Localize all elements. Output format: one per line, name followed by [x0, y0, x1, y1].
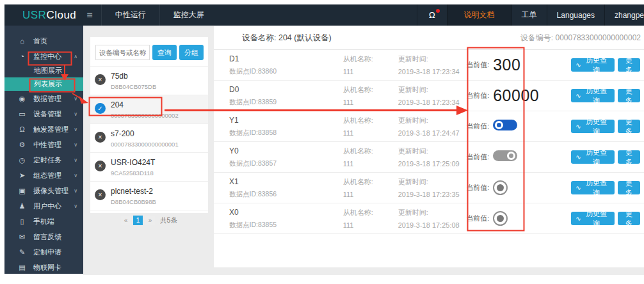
current-value-slot: [493, 150, 517, 164]
sidebar-item-1[interactable]: ◔ 监控中心 ∧: [4, 49, 83, 64]
sidebar-item-6[interactable]: Ω 触发器管理 ∨: [4, 122, 83, 137]
history-query-button[interactable]: ∿ 历史查询: [571, 212, 615, 225]
sidebar-item-9[interactable]: ➤ 组态管理 ∨: [4, 168, 83, 183]
chevron-down-icon: ∨: [74, 188, 77, 194]
device-list: × 75db D8B04CB075DB ✓ 204 00007833000000…: [90, 67, 208, 210]
slave-label: 从机名称:: [343, 146, 398, 156]
history-query-button[interactable]: ∿ 历史查询: [571, 181, 615, 194]
languages-link[interactable]: Languages: [547, 4, 604, 26]
data-icon: ◉: [18, 95, 26, 103]
sidebar-item-0[interactable]: ⌂ 首页: [4, 33, 83, 49]
gauge-icon: ◔: [18, 52, 26, 60]
page-1-button[interactable]: 1: [133, 216, 143, 225]
device-list-item[interactable]: × USR-IO424T 9CA52583D118: [90, 153, 208, 182]
value-radio[interactable]: [493, 211, 508, 226]
update-time-label: 更新时间:: [398, 116, 466, 125]
value-radio[interactable]: [493, 180, 508, 195]
device-id: 00007833000000000001: [111, 141, 179, 148]
sidebar-item-10[interactable]: ▣ 摄像头管理 ∨: [4, 183, 83, 198]
sidebar-item-4[interactable]: ◉ 数据管理 ∨: [4, 91, 83, 106]
datapoint-rows: D1 数据点ID:83860 从机名称: 111 更新时间: 2019-3-18…: [214, 50, 644, 234]
update-time-cell: 更新时间: 2019-3-18 17:23:34: [398, 54, 466, 75]
update-time-value: 2019-3-18 17:23:34: [398, 99, 466, 106]
group-button[interactable]: 分组: [179, 45, 204, 60]
update-time-value: 2019-3-18 17:24:47: [398, 129, 466, 137]
update-time-value: 2019-3-18 17:23:35: [398, 191, 466, 198]
current-value-slot: 60000: [493, 86, 539, 105]
notification-button[interactable]: Ω: [417, 4, 447, 26]
sidebar-item-11[interactable]: ♟ 用户中心 ∨: [4, 198, 83, 214]
datapoint-name: D0: [229, 85, 343, 94]
sidebar-item-5[interactable]: ▭ 设备管理 ∨: [4, 106, 83, 122]
sidebar-item-13[interactable]: ✉ 留言反馈: [4, 229, 83, 244]
device-name-title: 设备名称: 204 (默认设备): [242, 33, 332, 43]
slave-cell: 从机名称: 111: [343, 146, 398, 168]
slave-label: 从机名称:: [343, 85, 398, 95]
sidebar-item-label: 数据管理: [33, 94, 61, 104]
doc-link[interactable]: 说明文档: [447, 4, 511, 26]
device-list-item[interactable]: ✓ 204 00007833000000000002: [90, 95, 208, 124]
update-time-cell: 更新时间: 2019-3-18 17:23:35: [398, 177, 466, 198]
more-button[interactable]: 更多: [618, 212, 640, 225]
username-menu[interactable]: zhangpeng12: [604, 4, 644, 26]
more-button[interactable]: 更多: [618, 89, 640, 102]
device-list-item[interactable]: × 75db D8B04CB075DB: [90, 67, 208, 95]
row-actions: ∿ 历史查询 更多: [571, 89, 644, 102]
slave-cell: 从机名称: 111: [343, 177, 398, 198]
current-value-label: 当前值:: [466, 60, 489, 70]
more-button[interactable]: 更多: [618, 120, 640, 133]
menu-icon[interactable]: ≡: [86, 10, 92, 21]
sidebar-item-15[interactable]: ▤ 物联网卡: [4, 260, 83, 274]
sidebar-item-2[interactable]: 地图展示: [4, 64, 83, 77]
tab-neutral-run[interactable]: 中性运行: [101, 4, 159, 26]
offline-icon: ×: [95, 132, 106, 143]
device-search-input[interactable]: [95, 45, 150, 60]
device-list-item[interactable]: × s7-200 00007833000000000001: [90, 124, 208, 153]
sidebar-item-14[interactable]: ✎ 定制申请: [4, 244, 83, 260]
history-query-button[interactable]: ∿ 历史查询: [571, 120, 615, 133]
sidebar-item-8[interactable]: ◷ 定时任务 ∨: [4, 152, 83, 168]
history-query-label: 历史查询: [583, 209, 610, 228]
user-icon: ♟: [18, 202, 26, 210]
datapoint-id: 数据点ID:83856: [229, 190, 343, 199]
selected-check-icon: ✓: [95, 103, 106, 114]
value-toggle-on[interactable]: [493, 120, 517, 130]
more-button[interactable]: 更多: [618, 150, 640, 164]
more-button[interactable]: 更多: [618, 181, 640, 194]
current-value-slot: [493, 120, 517, 133]
datapoint-id: 数据点ID:83855: [229, 221, 343, 230]
history-query-button[interactable]: ∿ 历史查询: [571, 58, 615, 72]
datapoint-id: 数据点ID:83859: [229, 98, 343, 107]
more-button[interactable]: 更多: [618, 58, 640, 72]
device-text: 204 00007833000000000002: [111, 100, 179, 119]
row-actions: ∿ 历史查询 更多: [571, 150, 644, 164]
current-value-label: 当前值:: [466, 91, 489, 100]
history-query-button[interactable]: ∿ 历史查询: [571, 150, 615, 164]
prev-page-button[interactable]: «: [121, 216, 131, 225]
update-time-cell: 更新时间: 2019-3-18 17:25:09: [398, 146, 466, 168]
usr-cloud-logo: USRCloud: [22, 9, 76, 22]
sidebar-item-label: 中性管理: [33, 140, 61, 150]
current-value-slot: [493, 211, 508, 226]
history-query-button[interactable]: ∿ 历史查询: [571, 89, 615, 102]
device-search-row: 查询 分组: [90, 37, 208, 67]
datapoint-name-cell: Y1 数据点ID:83858: [229, 116, 343, 138]
datapoint-row: Y1 数据点ID:83858 从机名称: 111 更新时间: 2019-3-18…: [214, 111, 644, 142]
card-icon: ▤: [18, 264, 26, 272]
device-list-item[interactable]: × plcnet-test-2 D8B04CB0B98B: [90, 182, 208, 210]
sidebar-item-3[interactable]: 列表展示: [4, 77, 83, 91]
tab-monitor-screen[interactable]: 监控大屏: [159, 4, 218, 26]
next-page-button[interactable]: »: [145, 216, 155, 225]
sidebar-item-7[interactable]: ⚙ 中性管理 ∨: [4, 137, 83, 152]
device-id: 9CA52583D118: [111, 170, 155, 177]
device-name: plcnet-test-2: [111, 187, 156, 196]
slave-cell: 从机名称: 111: [343, 208, 398, 229]
value-toggle-off[interactable]: [493, 150, 517, 161]
chevron-down-icon: ∨: [74, 96, 77, 102]
work-order-link[interactable]: 工单: [511, 4, 547, 26]
sidebar-item-12[interactable]: ▯ 手机端: [4, 214, 83, 229]
sidebar-item-label: 用户中心: [33, 201, 61, 211]
history-query-label: 历史查询: [583, 148, 610, 167]
chevron-up-icon: ∧: [74, 54, 77, 59]
search-button[interactable]: 查询: [152, 45, 177, 60]
